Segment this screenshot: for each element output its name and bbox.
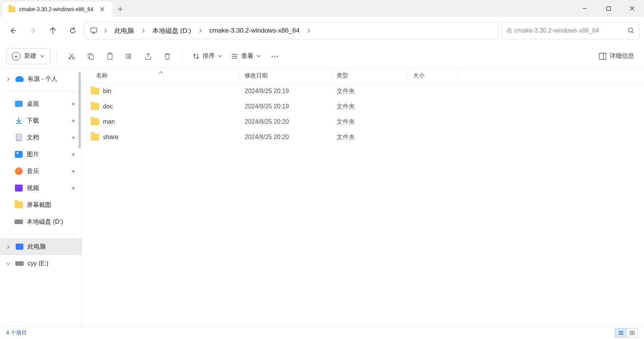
toolbar-right: 详细信息	[595, 48, 638, 64]
table-row[interactable]: bin2024/8/25 20:19文件夹	[82, 84, 644, 99]
refresh-icon	[69, 27, 77, 34]
folder-icon	[15, 201, 23, 209]
copy-button[interactable]	[82, 48, 100, 64]
cut-button[interactable]	[63, 48, 80, 64]
sidebar-item-quick[interactable]: 视频	[0, 180, 82, 197]
pic-icon	[15, 150, 23, 159]
pin-icon	[70, 186, 77, 191]
delete-button[interactable]	[159, 48, 176, 64]
details-pane-button[interactable]: 详细信息	[595, 48, 638, 64]
chevron-right-icon[interactable]	[139, 28, 147, 33]
download-icon	[15, 116, 23, 125]
close-icon	[100, 7, 105, 11]
sidebar-item-label: 桌面	[27, 100, 66, 108]
table-row[interactable]: man2024/8/25 20:20文件夹	[82, 114, 644, 129]
sidebar-scrollbar[interactable]	[77, 68, 82, 221]
sidebar-item-label: 本地磁盘 (D:)	[27, 218, 77, 226]
sidebar-item-onedrive[interactable]: 有源 - 个人	[0, 70, 82, 87]
file-name: bin	[103, 88, 111, 95]
pin-icon	[70, 152, 77, 157]
file-name: man	[103, 118, 115, 125]
forward-button[interactable]	[25, 22, 41, 39]
minimize-button[interactable]	[573, 0, 597, 17]
sidebar-item-cyy-drive[interactable]: cyy (E:)	[0, 255, 82, 272]
chevron-down-icon[interactable]	[5, 260, 11, 267]
new-button[interactable]: + 新建	[6, 48, 50, 64]
back-button[interactable]	[5, 22, 21, 39]
view-button[interactable]: 查看	[227, 48, 265, 64]
divider	[6, 234, 76, 234]
cell-name: doc	[82, 103, 239, 110]
breadcrumb-drive[interactable]: 本地磁盘 (D:)	[148, 24, 196, 38]
details-pane-icon	[599, 53, 606, 60]
close-window-button[interactable]	[620, 0, 644, 17]
svg-rect-6	[90, 55, 93, 59]
tab-title: cmake-3.30.2-windows-x86_64	[19, 6, 93, 12]
sidebar-item-quick[interactable]: 图片	[0, 146, 82, 163]
sidebar-item-quick[interactable]: 本地磁盘 (D:)	[0, 213, 82, 230]
column-header-size[interactable]: 大小	[408, 68, 458, 83]
address-bar[interactable]: 此电脑 本地磁盘 (D:) cmake-3.30.2-windows-x86_6…	[84, 22, 499, 39]
search-placeholder: 在 cmake-3.30.2-windows-x86_64	[507, 27, 624, 35]
svg-rect-16	[633, 331, 634, 332]
navbar: 此电脑 本地磁盘 (D:) cmake-3.30.2-windows-x86_6…	[0, 17, 644, 44]
cell-type: 文件夹	[331, 118, 408, 126]
pin-icon	[70, 102, 77, 106]
sidebar-item-quick[interactable]: 音乐	[0, 163, 82, 180]
sidebar-item-quick[interactable]: 下载	[0, 112, 82, 129]
more-button[interactable]	[266, 48, 284, 64]
sidebar-item-label: cyy (E:)	[28, 260, 77, 267]
file-list: 名称 修改日期 类型 大小 bin2024/8/25 20:19文件夹doc20…	[82, 68, 644, 326]
breadcrumb-pc[interactable]: 此电脑	[110, 24, 139, 38]
share-button[interactable]	[139, 48, 157, 64]
status-item-count: 4 个项目	[6, 329, 27, 336]
refresh-button[interactable]	[64, 22, 81, 39]
sidebar-item-quick[interactable]: 文档	[0, 129, 82, 146]
ellipsis-icon	[271, 55, 279, 57]
svg-rect-15	[630, 331, 632, 332]
rename-button[interactable]: A	[120, 48, 138, 64]
sidebar: 有源 - 个人 桌面下载文档图片音乐视频屏幕截图本地磁盘 (D:) 此电脑 cy…	[0, 68, 82, 326]
svg-point-4	[73, 57, 75, 59]
cell-date: 2024/8/25 20:19	[239, 88, 331, 95]
separator	[56, 51, 57, 62]
main-area: 有源 - 个人 桌面下载文档图片音乐视频屏幕截图本地磁盘 (D:) 此电脑 cy…	[0, 68, 644, 326]
chevron-right-icon[interactable]	[101, 28, 109, 33]
maximize-button[interactable]	[597, 0, 620, 17]
column-header-name[interactable]: 名称	[82, 68, 239, 83]
sort-button[interactable]: 排序	[189, 48, 226, 64]
search-input[interactable]: 在 cmake-3.30.2-windows-x86_64	[502, 22, 639, 39]
breadcrumb-folder[interactable]: cmake-3.30.2-windows-x86_64	[205, 25, 304, 37]
view-details-button[interactable]	[615, 328, 626, 337]
view-icon	[231, 53, 238, 60]
chevron-right-icon[interactable]	[196, 28, 204, 33]
location-icon-button[interactable]	[87, 24, 101, 38]
chevron-right-icon[interactable]	[5, 75, 11, 82]
table-row[interactable]: share2024/8/25 20:20文件夹	[82, 129, 644, 145]
view-icons-button[interactable]	[626, 328, 638, 337]
column-header-date[interactable]: 修改日期	[239, 68, 331, 83]
cell-date: 2024/8/25 20:20	[239, 134, 331, 141]
svg-point-2	[628, 28, 633, 32]
tab-close-button[interactable]	[97, 4, 107, 14]
sidebar-item-quick[interactable]: 桌面	[0, 95, 82, 112]
scrollbar-thumb[interactable]	[78, 72, 81, 149]
folder-icon	[8, 7, 15, 12]
onedrive-icon	[15, 75, 24, 83]
new-tab-button[interactable]	[113, 2, 128, 17]
table-row[interactable]: doc2024/8/25 20:19文件夹	[82, 99, 644, 114]
column-header-type[interactable]: 类型	[331, 68, 408, 83]
sidebar-item-quick[interactable]: 屏幕截图	[0, 197, 82, 213]
tab-current[interactable]: cmake-3.30.2-windows-x86_64	[3, 2, 113, 17]
sidebar-item-thispc[interactable]: 此电脑	[0, 238, 82, 255]
cell-name: man	[82, 118, 239, 125]
drive-icon	[15, 218, 23, 226]
up-button[interactable]	[44, 22, 61, 39]
paste-button[interactable]	[101, 48, 119, 64]
arrow-up-icon	[49, 27, 57, 34]
separator	[182, 51, 183, 62]
file-name: doc	[103, 103, 113, 110]
chevron-right-icon[interactable]	[305, 28, 312, 33]
chevron-right-icon[interactable]	[5, 243, 11, 250]
file-name: share	[103, 134, 118, 141]
